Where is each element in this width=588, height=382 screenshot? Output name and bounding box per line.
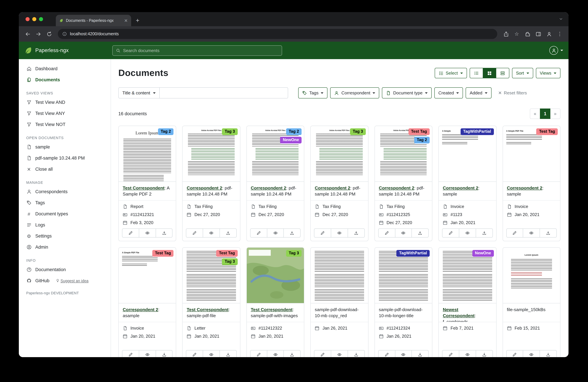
sidebar-item-github[interactable]: GitHub Suggest an idea [19, 275, 111, 286]
browser-tab[interactable]: Documents - Paperless-ngx ✕ [56, 15, 131, 26]
app-brand[interactable]: Paperless-ngx [24, 46, 112, 54]
download-button[interactable] [284, 228, 301, 238]
sidebar-item-document-types[interactable]: # Document types [19, 208, 111, 219]
card-thumbnail[interactable]: Adobe Acrobat PDF Files Tag 3 [311, 126, 368, 182]
sidebar-item-logs[interactable]: Logs [19, 219, 111, 230]
sidebar-item-dashboard[interactable]: Dashboard [19, 63, 111, 74]
tag-badge[interactable]: Tag 3 [286, 250, 302, 257]
card-thumbnail[interactable]: TagWithPartial [375, 248, 432, 303]
grid-view-button[interactable] [483, 68, 496, 78]
edit-button[interactable] [506, 350, 523, 357]
card-thumbnail[interactable]: NewOne [439, 248, 496, 303]
tag-badge[interactable]: Test Tag [536, 128, 558, 135]
suggest-idea-link[interactable]: Suggest an idea [56, 279, 88, 283]
tags-filter-button[interactable]: Tags [298, 87, 328, 99]
reset-filters-link[interactable]: ✕ Reset filters [498, 90, 527, 95]
card-title[interactable]: Correspondent 2: pdf-sample 10.24.48 PM [247, 182, 304, 201]
sidebar-item-open-document[interactable]: sample [19, 141, 111, 153]
tag-badge[interactable]: Tag 2 [414, 137, 430, 143]
card-correspondent-link[interactable]: Correspondent 2 [443, 185, 478, 190]
edit-button[interactable] [250, 228, 267, 238]
card-title[interactable]: Correspondent 2: pdf-sample 10.24.48 PM [311, 182, 368, 201]
tag-badge[interactable]: NewOne [280, 137, 302, 143]
edit-button[interactable] [122, 350, 139, 357]
bookmark-star-icon[interactable]: ☆ [512, 29, 522, 39]
card-title[interactable]: file-sample_150kBs [503, 303, 560, 322]
view-button[interactable] [267, 350, 284, 357]
sidebar-item-open-document[interactable]: pdf-sample 10.24.48 PM [19, 153, 111, 164]
side-panel-icon[interactable] [534, 29, 543, 39]
minimize-window-button[interactable] [32, 17, 36, 21]
sidebar-item-correspondents[interactable]: Correspondents [19, 186, 111, 197]
edit-button[interactable] [442, 228, 459, 238]
tag-badge[interactable]: Tag 3 [222, 258, 238, 265]
card-correspondent-link[interactable]: Correspondent 2 [315, 185, 350, 190]
user-menu[interactable] [549, 46, 563, 55]
card-correspondent-link[interactable]: Correspondent 2 [507, 185, 542, 190]
edit-button[interactable] [314, 350, 331, 357]
sidebar-item-tags[interactable]: Tags [19, 197, 111, 208]
card-title[interactable]: Newest Correspondent: f_combineds [439, 303, 496, 322]
card-correspondent-link[interactable]: Correspondent 2 [123, 307, 158, 312]
card-title[interactable]: Test Correspondent: sample-pdf-file [183, 303, 240, 322]
tag-badge[interactable]: Tag 2 [158, 128, 174, 135]
view-button[interactable] [523, 350, 540, 357]
close-window-button[interactable] [25, 17, 30, 21]
card-title[interactable]: Correspondent 2: pdf-sample 10.24.48 PM [375, 182, 432, 201]
edit-button[interactable] [378, 350, 395, 357]
card-title[interactable]: Test Correspondent: sample-pdf-with-imag… [247, 303, 304, 322]
filter-text-input[interactable] [160, 87, 288, 99]
document-type-filter-button[interactable]: Document type [382, 87, 432, 99]
card-title[interactable]: Correspondent 2: sample [503, 182, 560, 201]
site-info-icon[interactable] [62, 32, 67, 36]
view-button[interactable] [203, 350, 220, 357]
browser-menu-kebab-icon[interactable]: ⋮ [555, 29, 565, 39]
download-button[interactable] [348, 350, 365, 357]
sidebar-item-close-all[interactable]: ✕ Close all [19, 164, 111, 175]
search-input[interactable] [123, 48, 278, 53]
card-title[interactable]: sample-pdf-download-10-mb-longer-title [375, 303, 432, 322]
card-correspondent-link[interactable]: Newest Correspondent [443, 307, 475, 318]
global-search[interactable] [112, 45, 282, 56]
download-button[interactable] [348, 228, 365, 238]
edit-button[interactable] [314, 228, 331, 238]
tag-badge[interactable]: TagWithPartial [461, 128, 494, 135]
sort-button[interactable]: Sort [512, 68, 533, 78]
download-button[interactable] [476, 228, 493, 238]
download-button[interactable] [540, 228, 557, 238]
tag-badge[interactable]: Tag 3 [350, 128, 366, 135]
share-icon[interactable] [501, 29, 511, 39]
download-button[interactable] [220, 350, 237, 357]
tag-badge[interactable]: TagWithPartial [396, 250, 430, 257]
browser-profile-icon[interactable] [544, 29, 554, 39]
view-button[interactable] [331, 228, 348, 238]
edit-button[interactable] [122, 228, 139, 238]
page-number-button[interactable]: 1 [540, 108, 550, 119]
view-button[interactable] [139, 228, 156, 238]
tag-badge[interactable]: Test Tag [216, 250, 238, 257]
select-button[interactable]: Select [435, 68, 467, 78]
title-content-dropdown[interactable]: Title & content [118, 87, 160, 99]
card-title[interactable]: sample-pdf-download-10-mb copy_red [311, 303, 368, 322]
card-correspondent-link[interactable]: Test Correspondent [123, 185, 165, 190]
tag-badge[interactable]: Test Tag [152, 250, 174, 257]
view-button[interactable] [139, 350, 156, 357]
card-correspondent-link[interactable]: Test Correspondent [187, 307, 229, 312]
download-button[interactable] [412, 228, 429, 238]
forward-button[interactable] [34, 29, 43, 39]
tag-badge[interactable]: Tag 2 [286, 128, 302, 135]
download-button[interactable] [220, 228, 237, 238]
tag-badge[interactable]: Test Tag [408, 128, 430, 135]
sidebar-item-saved-view[interactable]: Test View NOT [19, 119, 111, 130]
edit-button[interactable] [250, 350, 267, 357]
added-filter-button[interactable]: Added [466, 87, 491, 99]
card-thumbnail[interactable]: Adobe Acrobat PDF Files Test TagTag 2 [375, 126, 432, 182]
sidebar-item-documentation[interactable]: Documentation [19, 264, 111, 275]
download-button[interactable] [476, 350, 493, 357]
card-title[interactable]: Test Correspondent: A Sample PDF 2 [119, 182, 176, 201]
card-title[interactable]: Correspondent 2: sample [439, 182, 496, 201]
tab-close-icon[interactable]: ✕ [124, 18, 128, 23]
download-button[interactable] [155, 228, 173, 238]
card-thumbnail[interactable]: Lorem Ipsum Tag 2 [119, 126, 176, 182]
edit-button[interactable] [186, 350, 203, 357]
